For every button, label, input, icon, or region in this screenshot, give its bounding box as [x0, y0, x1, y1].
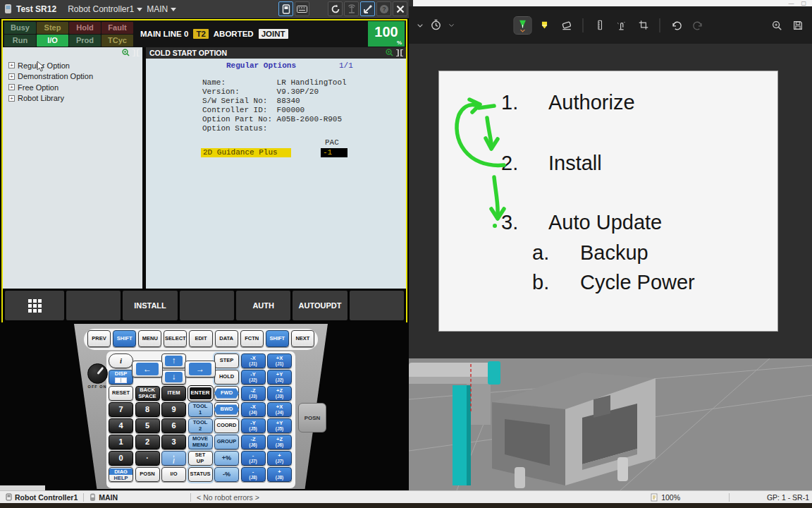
- key-8[interactable]: 8: [135, 402, 160, 417]
- pendant-on-off-switch[interactable]: OFF ON: [85, 363, 109, 389]
- key-shift[interactable]: SHIFT: [113, 330, 136, 347]
- tree-item-free-option[interactable]: +Free Option: [3, 82, 142, 93]
- key-tool-1[interactable]: TOOL1: [188, 402, 213, 417]
- key-1[interactable]: 1: [109, 435, 133, 449]
- maximize-icon[interactable]: ▢: [801, 1, 806, 6]
- close-button[interactable]: [393, 1, 407, 16]
- key-diag-help[interactable]: DIAGHELP: [109, 467, 133, 482]
- expand-plus-icon[interactable]: +: [8, 62, 15, 68]
- key-minus-z-j3[interactable]: -Z(J3): [241, 386, 266, 401]
- key-back-space[interactable]: BACKSPACE: [135, 386, 160, 401]
- key-tool-2[interactable]: TOOL2: [188, 418, 213, 433]
- key-i-o[interactable]: I/O: [161, 467, 186, 482]
- key-plus-percent[interactable]: +%: [214, 451, 239, 466]
- key-minus-x-j1[interactable]: -X(J1): [241, 353, 266, 368]
- key-jog-left[interactable]: ←: [132, 361, 163, 377]
- program-status-cell[interactable]: MAIN: [84, 491, 123, 503]
- teach-pendant-toggle-button[interactable]: [278, 1, 293, 16]
- magnifier-plus-icon[interactable]: [386, 49, 393, 56]
- split-view-icon[interactable]: [132, 49, 140, 56]
- minimize-icon[interactable]: —: [788, 1, 794, 6]
- magnifier-plus-icon[interactable]: [122, 49, 130, 56]
- key-menu[interactable]: MENU: [138, 330, 161, 347]
- expand-plus-icon[interactable]: +: [8, 73, 15, 80]
- split-view-icon[interactable]: [395, 49, 404, 56]
- key-9[interactable]: 9: [161, 402, 186, 417]
- key-plus-x-j4[interactable]: +X(J4): [267, 402, 292, 417]
- highlighter-tool-button[interactable]: [536, 17, 553, 34]
- key-select[interactable]: SELECT: [164, 330, 187, 347]
- key-5[interactable]: 5: [135, 418, 160, 433]
- touch-writing-button[interactable]: [613, 17, 630, 34]
- redo-button[interactable]: [690, 17, 707, 34]
- key-plus-x-j1[interactable]: +X(J1): [267, 353, 292, 368]
- key-group[interactable]: GROUP: [214, 435, 239, 449]
- key-0[interactable]: 0: [109, 451, 133, 466]
- expand-plus-icon[interactable]: +: [8, 95, 15, 102]
- key-minus-y-j5[interactable]: -Y(J5): [241, 418, 266, 433]
- key-jog-right[interactable]: →: [185, 361, 216, 377]
- key-enter[interactable]: ENTER: [188, 386, 213, 401]
- fkey-empty-3[interactable]: [180, 291, 234, 320]
- key-6[interactable]: 6: [161, 418, 186, 433]
- key-disp[interactable]: DISP: [109, 370, 133, 385]
- fkey-autoupdt[interactable]: AUTOUPDT: [293, 291, 347, 320]
- fkey-empty-6[interactable]: [350, 291, 404, 320]
- key-step[interactable]: STEP: [214, 353, 239, 368]
- key-minus-percent[interactable]: -%: [214, 467, 239, 482]
- key-item[interactable]: ITEM: [161, 386, 186, 401]
- zoom-magnifier-icon[interactable]: [771, 20, 782, 31]
- selected-option-row[interactable]: 2D Guidance Plus: [201, 148, 291, 157]
- tree-item-regular-option[interactable]: +Regular Option: [3, 60, 142, 71]
- fkey-empty-1[interactable]: [66, 291, 121, 320]
- key-data[interactable]: DATA: [215, 330, 238, 347]
- key-4[interactable]: 4: [109, 418, 133, 433]
- key-reset[interactable]: RESET: [109, 386, 133, 401]
- key-jog-up[interactable]: ↑: [161, 353, 186, 368]
- controller-dropdown[interactable]: Robot Controller1: [68, 4, 142, 14]
- chevron-down-icon[interactable]: [416, 21, 424, 30]
- fkey-install[interactable]: INSTALL: [123, 291, 177, 320]
- key-minus-y-j2[interactable]: -Y(J2): [241, 370, 266, 385]
- key-minus-x-j4[interactable]: -X(J4): [241, 402, 266, 417]
- key-plus-j8[interactable]: +(J8): [267, 467, 292, 482]
- key-bwd[interactable]: BWD: [214, 402, 239, 417]
- reset-button[interactable]: [328, 1, 343, 16]
- key-minus-z-j6[interactable]: -Z(J6): [241, 435, 266, 449]
- main-menu-dropdown[interactable]: MAIN: [147, 4, 176, 14]
- robot-connect-button[interactable]: [344, 1, 359, 16]
- key-fctn[interactable]: FCTN: [240, 330, 264, 347]
- key-plus-y-j2[interactable]: +Y(J2): [267, 370, 292, 385]
- key-plus-j7[interactable]: +(J7): [267, 451, 292, 466]
- fkey-auth[interactable]: AUTH: [236, 291, 290, 320]
- robot-3d-viewport[interactable]: [409, 358, 812, 490]
- key-shift[interactable]: SHIFT: [266, 330, 289, 347]
- expand-plus-icon[interactable]: +: [8, 84, 15, 90]
- chevron-down-icon[interactable]: [448, 21, 455, 29]
- timer-icon[interactable]: [430, 19, 442, 31]
- key-3[interactable]: 3: [161, 435, 186, 449]
- crop-tool-button[interactable]: [635, 17, 652, 34]
- key-jog-down[interactable]: ↓: [161, 370, 186, 385]
- key-2[interactable]: 2: [135, 435, 160, 449]
- ruler-tool-button[interactable]: [591, 17, 608, 34]
- key-prev[interactable]: PREV: [87, 330, 111, 347]
- posn-side-button[interactable]: POSN: [298, 403, 326, 433]
- whiteboard[interactable]: 1.Authorize2.Install3.Auto Updatea.Backu…: [438, 71, 778, 332]
- key-plus-y-j5[interactable]: +Y(J5): [267, 418, 292, 433]
- key-coord[interactable]: COORD: [214, 418, 239, 433]
- tree-item-demonstration-option[interactable]: +Demonstration Option: [3, 71, 142, 83]
- tree-item-robot-library[interactable]: +Robot Library: [3, 93, 142, 104]
- key-comma-slash[interactable]: ,/: [161, 451, 186, 466]
- jog-panel-button[interactable]: [360, 1, 375, 16]
- key-plus-z-j6[interactable]: +Z(J6): [267, 435, 292, 449]
- key-minus-j8[interactable]: -(J8): [241, 467, 266, 482]
- key-edit[interactable]: EDIT: [189, 330, 212, 347]
- key-minus-j7[interactable]: -(J7): [241, 451, 266, 466]
- key-status[interactable]: STATUS: [188, 467, 213, 482]
- menu-grid-button[interactable]: [5, 291, 64, 320]
- key-dot[interactable]: ·: [135, 451, 160, 466]
- help-button[interactable]: ?: [376, 1, 391, 16]
- key-posn[interactable]: POSN: [135, 467, 160, 482]
- key-plus-z-j3[interactable]: +Z(J3): [267, 386, 292, 401]
